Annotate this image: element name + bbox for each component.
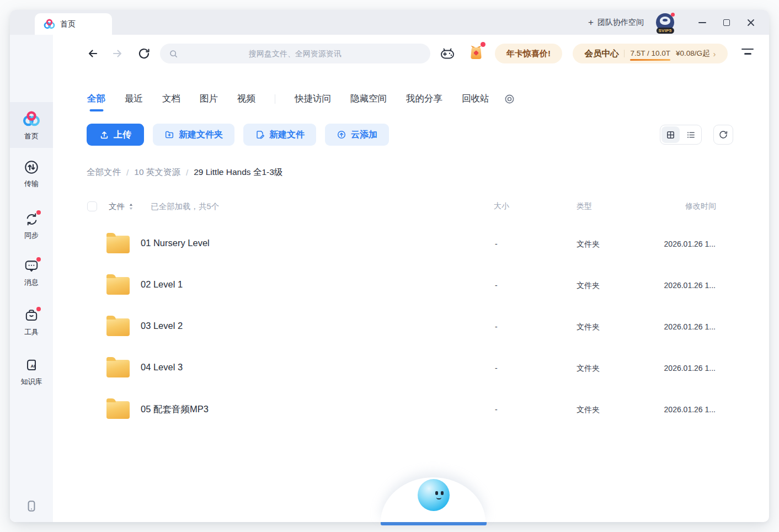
tab-documents[interactable]: 文档 (162, 93, 180, 105)
tab-my-shares[interactable]: 我的分享 (406, 93, 442, 105)
file-type: 文件夹 (577, 405, 600, 415)
netdisk-logo-icon (44, 18, 55, 30)
folder-icon (106, 318, 130, 336)
sidebar-label: 同步 (24, 231, 39, 241)
lucky-bag-button[interactable] (468, 44, 484, 61)
games-icon[interactable] (439, 46, 456, 61)
forward-icon[interactable] (111, 47, 124, 60)
tab-all[interactable]: 全部 (87, 93, 105, 105)
annual-card-promo-button[interactable]: 年卡惊喜价! (495, 44, 562, 63)
app-tab-home[interactable]: 首页 (35, 13, 112, 35)
refresh-list-button[interactable] (713, 125, 733, 145)
maximize-icon (723, 19, 730, 26)
file-column-header[interactable]: 文件 (109, 201, 134, 212)
list-view-button[interactable] (682, 126, 700, 143)
back-icon[interactable] (86, 47, 99, 60)
file-column-label: 文件 (109, 201, 125, 212)
table-row[interactable]: 03 Level 2 - 文件夹 2026.01.26 1... (87, 305, 716, 347)
file-size: - (495, 405, 498, 414)
load-status: 已全部加载，共5个 (151, 201, 219, 212)
sidebar-label: 知识库 (21, 377, 42, 387)
table-row[interactable]: 04 Level 3 - 文件夹 2026.01.26 1... (87, 347, 716, 388)
member-center-button[interactable]: 会员中心 7.5T / 10.0T ¥0.08/G起 › (573, 44, 728, 63)
tools-notification-dot (36, 307, 41, 311)
sidebar-item-mobile[interactable] (10, 499, 53, 513)
close-icon (746, 18, 755, 27)
sidebar-label: 工具 (24, 327, 39, 337)
tab-settings-icon[interactable] (504, 94, 515, 104)
phone-icon (24, 499, 39, 513)
size-column-header: 大小 (494, 201, 509, 211)
storage-usage: 7.5T / 10.0T (630, 49, 670, 58)
team-space-label: 团队协作空间 (597, 18, 644, 28)
avatar-notification-dot (671, 13, 675, 17)
sidebar-item-sync[interactable]: 同步 (10, 211, 53, 241)
promo-label: 年卡惊喜价! (506, 49, 551, 59)
file-list: 01 Nursery Level - 文件夹 2026.01.26 1... 0… (87, 222, 716, 429)
file-size: - (495, 281, 498, 290)
sync-notification-dot (36, 210, 41, 215)
close-button[interactable] (741, 13, 760, 32)
tab-videos[interactable]: 视频 (237, 93, 255, 105)
upload-button[interactable]: 上传 (87, 124, 144, 146)
chevron-right-icon: › (713, 49, 716, 58)
assistant-dock (381, 477, 485, 522)
transfer-icon (24, 159, 39, 175)
tab-quick-access[interactable]: 快捷访问 (295, 93, 331, 105)
sidebar-item-tools[interactable]: 工具 (10, 308, 53, 337)
sort-icon (129, 203, 134, 211)
new-file-button[interactable]: 新建文件 (243, 124, 316, 146)
tabs-divider (275, 94, 275, 104)
folder-icon (106, 236, 130, 253)
tab-title: 首页 (60, 19, 76, 29)
table-row[interactable]: 02 Level 1 - 文件夹 2026.01.26 1... (87, 264, 716, 305)
file-name: 03 Level 2 (141, 321, 183, 331)
file-size: - (495, 240, 498, 248)
sidebar-item-knowledge[interactable]: AI 知识库 (10, 358, 53, 387)
team-space-button[interactable]: + 团队协作空间 (588, 18, 644, 28)
sidebar-item-transfer[interactable]: 传输 (10, 159, 53, 189)
member-center-label: 会员中心 (584, 48, 618, 60)
message-notification-dot (36, 257, 41, 262)
tab-recycle-bin[interactable]: 回收站 (462, 93, 489, 105)
tab-recent[interactable]: 最近 (125, 93, 143, 105)
modified-column-header: 修改时间 (685, 201, 716, 211)
folder-icon (106, 401, 130, 419)
file-type: 文件夹 (577, 364, 600, 374)
search-input[interactable] (160, 44, 430, 63)
breadcrumb: 全部文件 / 10 英文资源 / 29 Little Hands 全1-3级 (87, 167, 282, 178)
assistant-mascot-icon[interactable] (418, 479, 450, 511)
list-header: 文件 已全部加载，共5个 大小 类型 修改时间 (87, 199, 725, 215)
upload-icon (99, 130, 109, 140)
table-row[interactable]: 05 配套音频MP3 - 文件夹 2026.01.26 1... (87, 388, 716, 429)
refresh-icon[interactable] (137, 47, 151, 60)
sidebar-item-home[interactable]: 首页 (10, 102, 53, 148)
minimize-button[interactable] (693, 13, 712, 32)
action-bar: 上传 新建文件夹 新建文件 云添加 (87, 124, 389, 146)
cloud-add-button[interactable]: 云添加 (325, 124, 389, 146)
file-type: 文件夹 (577, 281, 600, 291)
breadcrumb-current: 29 Little Hands 全1-3级 (194, 167, 282, 178)
table-row[interactable]: 01 Nursery Level - 文件夹 2026.01.26 1... (87, 222, 716, 264)
more-menu-icon[interactable] (741, 49, 754, 56)
file-size: - (495, 364, 498, 373)
app-window: 首页 + 团队协作空间 SVIP5 (10, 10, 769, 522)
tab-hidden-space[interactable]: 隐藏空间 (350, 93, 387, 105)
new-folder-button[interactable]: 新建文件夹 (153, 124, 234, 146)
search-icon (169, 49, 178, 58)
file-name: 05 配套音频MP3 (141, 403, 209, 416)
grid-view-button[interactable] (661, 126, 680, 143)
upload-label: 上传 (114, 129, 131, 141)
select-all-checkbox[interactable] (87, 201, 97, 211)
tab-pictures[interactable]: 图片 (200, 93, 218, 105)
file-name: 01 Nursery Level (141, 238, 210, 248)
sidebar-item-messages[interactable]: 消息 (10, 258, 53, 288)
price-note: ¥0.08/G起 (676, 49, 710, 58)
cloud-add-label: 云添加 (351, 129, 377, 141)
category-tabs: 全部 最近 文档 图片 视频 快捷访问 隐藏空间 我的分享 回收站 (87, 91, 515, 107)
breadcrumb-parent[interactable]: 10 英文资源 (134, 167, 180, 178)
file-modified: 2026.01.26 1... (664, 240, 716, 248)
breadcrumb-root[interactable]: 全部文件 (87, 167, 121, 178)
maximize-button[interactable] (717, 13, 736, 32)
user-avatar[interactable]: SVIP5 (656, 13, 674, 31)
